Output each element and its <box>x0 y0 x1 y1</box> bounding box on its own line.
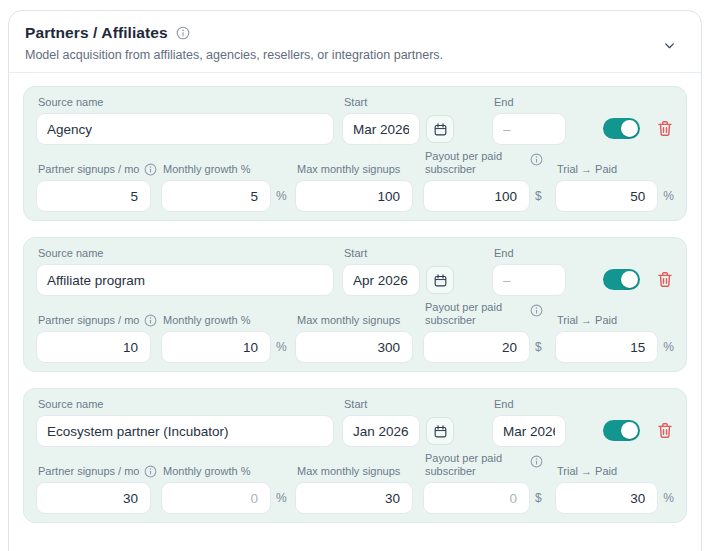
panel-title: Partners / Affiliates <box>25 24 168 42</box>
start-date-input[interactable] <box>342 113 420 145</box>
panel-subtitle: Model acquisition from affiliates, agenc… <box>25 48 679 62</box>
trial-to-paid-label: Trial → Paid <box>557 314 617 327</box>
trial-to-paid-input[interactable] <box>555 482 658 514</box>
info-icon[interactable] <box>144 314 157 327</box>
end-date-input[interactable] <box>492 113 566 145</box>
partner-signups-input[interactable] <box>36 180 151 212</box>
percent-suffix: % <box>663 189 674 203</box>
partner-signups-label: Partner signups / mo <box>38 465 157 478</box>
partner-source-card: Source name Start End <box>23 237 687 372</box>
source-name-input[interactable] <box>36 113 334 145</box>
trash-icon <box>656 270 674 289</box>
payout-input[interactable] <box>423 331 530 363</box>
partner-signups-label: Partner signups / mo <box>38 314 157 327</box>
delete-source-button[interactable] <box>656 270 674 289</box>
toggle-knob <box>621 271 638 288</box>
start-label: Start <box>344 398 420 411</box>
payout-input[interactable] <box>423 180 530 212</box>
trash-icon <box>656 421 674 440</box>
trash-icon <box>656 119 674 138</box>
start-date-input[interactable] <box>342 264 420 296</box>
source-enabled-toggle[interactable] <box>603 269 640 290</box>
source-name-input[interactable] <box>36 264 334 296</box>
toggle-knob <box>621 422 638 439</box>
delete-source-button[interactable] <box>656 421 674 440</box>
percent-suffix: % <box>276 340 287 354</box>
panel-header: Partners / Affiliates Model acquisition … <box>9 11 701 72</box>
dollar-suffix: $ <box>535 189 542 203</box>
source-cards-list: Source name Start End <box>9 73 701 536</box>
trial-to-paid-label: Trial → Paid <box>557 163 617 176</box>
payout-label: Payout per paid subscriber <box>425 301 521 327</box>
percent-suffix: % <box>276 491 287 505</box>
delete-source-button[interactable] <box>656 119 674 138</box>
info-icon[interactable] <box>530 304 543 317</box>
monthly-growth-label: Monthly growth % <box>163 314 250 327</box>
trial-to-paid-input[interactable] <box>555 180 658 212</box>
end-label: End <box>494 247 566 260</box>
source-enabled-toggle[interactable] <box>603 118 640 139</box>
end-date-input[interactable] <box>492 264 566 296</box>
start-date-input[interactable] <box>342 415 420 447</box>
info-icon[interactable] <box>144 465 157 478</box>
source-name-label: Source name <box>38 247 334 260</box>
end-date-input[interactable] <box>492 415 566 447</box>
source-name-label: Source name <box>38 96 334 109</box>
partner-source-card: Source name Start End <box>23 388 687 523</box>
dollar-suffix: $ <box>535 340 542 354</box>
start-label: Start <box>344 247 420 260</box>
dollar-suffix: $ <box>535 491 542 505</box>
max-monthly-input[interactable] <box>295 180 413 212</box>
percent-suffix: % <box>276 189 287 203</box>
source-name-input[interactable] <box>36 415 334 447</box>
max-monthly-label: Max monthly signups <box>297 465 400 478</box>
percent-suffix: % <box>663 491 674 505</box>
payout-input[interactable] <box>423 482 530 514</box>
partner-signups-input[interactable] <box>36 482 151 514</box>
partner-signups-label: Partner signups / mo <box>38 163 157 176</box>
calendar-button[interactable] <box>426 115 454 143</box>
partners-affiliates-panel: Partners / Affiliates Model acquisition … <box>8 10 702 551</box>
source-enabled-toggle[interactable] <box>603 420 640 441</box>
payout-label: Payout per paid subscriber <box>425 150 521 176</box>
end-label: End <box>494 398 566 411</box>
percent-suffix: % <box>663 340 674 354</box>
calendar-icon <box>433 273 448 288</box>
info-icon[interactable] <box>530 153 543 166</box>
monthly-growth-input[interactable] <box>161 180 271 212</box>
calendar-icon <box>433 122 448 137</box>
source-name-label: Source name <box>38 398 334 411</box>
monthly-growth-input[interactable] <box>161 331 271 363</box>
calendar-button[interactable] <box>426 417 454 445</box>
collapse-section-button[interactable] <box>659 35 679 55</box>
partner-source-card: Source name Start End <box>23 86 687 221</box>
max-monthly-label: Max monthly signups <box>297 314 400 327</box>
info-icon[interactable] <box>530 455 543 468</box>
partner-signups-input[interactable] <box>36 331 151 363</box>
info-icon[interactable] <box>176 26 190 40</box>
start-label: Start <box>344 96 420 109</box>
max-monthly-input[interactable] <box>295 482 413 514</box>
end-label: End <box>494 96 566 109</box>
payout-label: Payout per paid subscriber <box>425 452 521 478</box>
max-monthly-label: Max monthly signups <box>297 163 400 176</box>
monthly-growth-label: Monthly growth % <box>163 465 250 478</box>
toggle-knob <box>621 120 638 137</box>
info-icon[interactable] <box>144 163 157 176</box>
monthly-growth-label: Monthly growth % <box>163 163 250 176</box>
max-monthly-input[interactable] <box>295 331 413 363</box>
chevron-down-icon <box>663 39 676 52</box>
calendar-button[interactable] <box>426 266 454 294</box>
calendar-icon <box>433 424 448 439</box>
monthly-growth-input[interactable] <box>161 482 271 514</box>
trial-to-paid-label: Trial → Paid <box>557 465 617 478</box>
trial-to-paid-input[interactable] <box>555 331 658 363</box>
